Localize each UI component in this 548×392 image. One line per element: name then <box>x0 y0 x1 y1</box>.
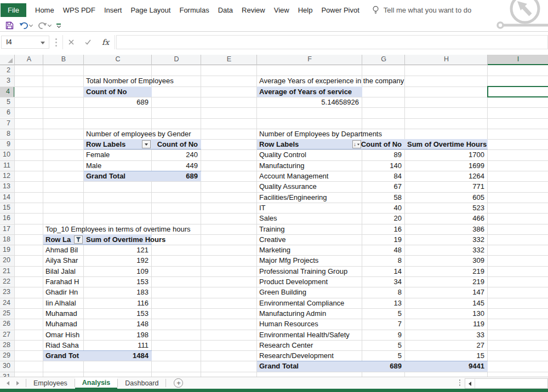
cell-F25[interactable]: Manufacturing Admin <box>259 308 360 319</box>
row-header-8[interactable]: 8 <box>0 129 15 139</box>
cell-C22[interactable]: 153 <box>84 276 149 287</box>
cell-H29[interactable]: 15 <box>405 350 484 361</box>
undo-button[interactable] <box>18 21 34 30</box>
cell-C21[interactable]: 109 <box>84 266 149 276</box>
col-header-I[interactable]: I <box>488 55 548 65</box>
cell-C19[interactable]: 121 <box>84 245 149 255</box>
row-header-17[interactable]: 17 <box>0 224 15 234</box>
row-header-23[interactable]: 23 <box>0 287 15 297</box>
cell-G15[interactable]: 40 <box>362 203 402 213</box>
menu-item-wps-pdf[interactable]: WPS PDF <box>63 6 95 14</box>
cell-G14[interactable]: 58 <box>362 192 402 203</box>
cell-H10[interactable]: 1700 <box>405 149 484 160</box>
col-header-F[interactable]: F <box>257 55 362 65</box>
menu-item-review[interactable]: Review <box>242 6 265 14</box>
save-button[interactable] <box>4 21 15 30</box>
cell-G9[interactable]: Count of No <box>361 139 402 149</box>
cell-F13[interactable]: Quality Assurance <box>259 181 360 192</box>
row-header-12[interactable]: 12 <box>0 171 15 181</box>
cell-G18[interactable]: 19 <box>362 234 402 245</box>
cell-B20[interactable]: Ailya Shar <box>45 255 82 266</box>
cell-F18[interactable]: Creative <box>259 234 360 245</box>
cell-F12[interactable]: Account Management <box>259 171 360 181</box>
row-header-4[interactable]: 4 <box>0 87 15 97</box>
col-header-G[interactable]: G <box>362 55 405 65</box>
cell-D10[interactable]: 240 <box>152 149 198 160</box>
name-box-dropdown-icon[interactable] <box>41 42 45 44</box>
cell-H12[interactable]: 1264 <box>405 171 484 181</box>
cell-F17[interactable]: Training <box>259 224 360 234</box>
cell-H26[interactable]: 119 <box>405 319 484 329</box>
scroll-left-button[interactable] <box>465 379 475 388</box>
cell-F30[interactable]: Grand Total <box>259 361 360 371</box>
name-box[interactable]: I4 <box>1 36 49 49</box>
cell-D11[interactable]: 449 <box>152 160 198 171</box>
cell-G23[interactable]: 8 <box>362 287 402 297</box>
row-header-29[interactable]: 29 <box>0 350 15 361</box>
cell-B28[interactable]: Riad Saha <box>45 340 82 350</box>
cell-B25[interactable]: Muhamad <box>45 308 82 319</box>
row-header-7[interactable]: 7 <box>0 118 15 129</box>
cell-H18[interactable]: 332 <box>405 234 484 245</box>
cell-G17[interactable]: 16 <box>362 224 402 234</box>
cell-H25[interactable]: 130 <box>405 308 484 319</box>
cell-C4[interactable]: Count of No <box>86 87 127 97</box>
cell-C25[interactable]: 153 <box>84 308 149 319</box>
row-header-31[interactable]: 31 <box>0 372 15 377</box>
cell-C10[interactable]: Female <box>86 149 150 160</box>
cell-H22[interactable]: 219 <box>405 276 484 287</box>
cell-F9[interactable]: Row Labels <box>259 139 360 149</box>
undo-dropdown-chevron-icon[interactable] <box>29 22 33 26</box>
formula-input[interactable] <box>116 35 548 49</box>
cell-F20[interactable]: Major Mfg Projects <box>259 255 360 266</box>
cell-C23[interactable]: 183 <box>84 287 149 297</box>
cell-H30[interactable]: 9441 <box>405 361 484 371</box>
cell-H20[interactable]: 309 <box>405 255 484 266</box>
menu-item-view[interactable]: View <box>274 6 289 14</box>
cell-G19[interactable]: 48 <box>362 245 402 255</box>
cell-D9[interactable]: Count of No <box>157 139 198 149</box>
cell-G10[interactable]: 89 <box>362 149 402 160</box>
sheet-nav-right-icon[interactable] <box>16 381 19 385</box>
new-sheet-button[interactable]: + <box>174 378 183 388</box>
cell-F8[interactable]: Number of Employees by Departments <box>259 129 382 139</box>
cell-F15[interactable]: IT <box>259 203 360 213</box>
menu-item-data[interactable]: Data <box>218 6 233 14</box>
row-header-19[interactable]: 19 <box>0 245 15 255</box>
sort-filter-dropdown-icon[interactable]: ↓ <box>352 140 361 148</box>
active-cell-I4[interactable] <box>487 86 548 97</box>
row-header-2[interactable]: 2 <box>0 65 15 76</box>
cell-F16[interactable]: Sales <box>259 213 360 223</box>
cell-G22[interactable]: 34 <box>362 276 402 287</box>
row-header-28[interactable]: 28 <box>0 340 15 350</box>
cell-H17[interactable]: 386 <box>405 224 484 234</box>
cell-F10[interactable]: Quality Control <box>259 149 360 160</box>
cancel-icon[interactable] <box>68 39 74 45</box>
cell-F19[interactable]: Marketing <box>259 245 360 255</box>
cell-G28[interactable]: 5 <box>362 340 402 350</box>
cell-F28[interactable]: Research Center <box>259 340 360 350</box>
cell-C5[interactable]: 689 <box>84 97 149 107</box>
cell-H13[interactable]: 771 <box>405 181 484 192</box>
cell-H15[interactable]: 523 <box>405 203 484 213</box>
cell-H16[interactable]: 466 <box>405 213 484 223</box>
row-header-13[interactable]: 13 <box>0 181 15 192</box>
cell-B23[interactable]: Ghadir Hn <box>45 287 82 297</box>
filter-applied-icon[interactable] <box>74 235 83 244</box>
cell-F23[interactable]: Green Building <box>259 287 360 297</box>
cell-C12[interactable]: Grand Total <box>86 171 150 181</box>
sheet-tab-employees[interactable]: Employees <box>26 377 75 389</box>
col-header-H[interactable]: H <box>405 55 488 65</box>
redo-dropdown-chevron-icon[interactable] <box>48 22 52 26</box>
sheet-nav-left-icon[interactable] <box>7 381 9 385</box>
col-header-E[interactable]: E <box>201 55 257 65</box>
row-header-27[interactable]: 27 <box>0 330 15 340</box>
cell-C8[interactable]: Number of employees by Gender <box>86 129 191 139</box>
cell-G26[interactable]: 7 <box>362 319 402 329</box>
menu-item-home[interactable]: Home <box>35 6 54 14</box>
cell-F26[interactable]: Human Resources <box>259 319 360 329</box>
cell-G16[interactable]: 20 <box>362 213 402 223</box>
cell-B22[interactable]: Farahad H <box>45 276 82 287</box>
row-header-11[interactable]: 11 <box>0 160 15 171</box>
cell-B17[interactable]: Top_10 Employees in terms of overtime ho… <box>45 224 190 234</box>
